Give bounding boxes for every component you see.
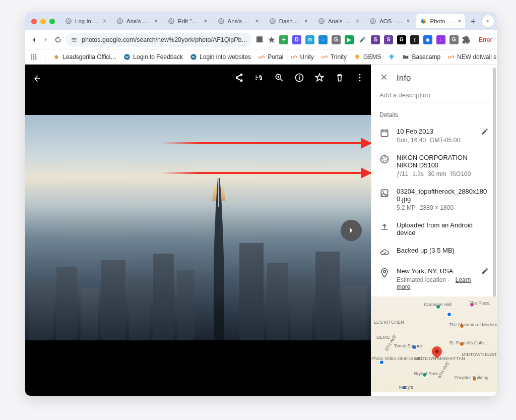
browser-tab[interactable]: Ana's Deli &× — [214, 14, 263, 28]
map-label: Macy's — [399, 385, 413, 390]
cloud-icon — [379, 247, 390, 257]
url-text: photos.google.com/search/new%20york/phot… — [82, 36, 247, 43]
extension-icon[interactable]: G — [397, 35, 406, 44]
apps-grid-icon[interactable] — [30, 53, 37, 61]
bookmark-item[interactable] — [388, 53, 395, 61]
minimize-window[interactable] — [40, 19, 46, 24]
zoom-icon[interactable] — [274, 73, 284, 85]
close-tab-icon[interactable]: × — [458, 18, 461, 25]
close-tab-icon[interactable]: × — [204, 18, 208, 25]
calendar-icon — [379, 128, 390, 138]
browser-tab[interactable]: Edit "Home× — [164, 14, 211, 28]
new-tab-button[interactable]: ＋ — [467, 15, 479, 27]
description-input[interactable]: Add a description — [379, 91, 489, 102]
browser-tab[interactable]: Ana's Deli &× — [112, 14, 162, 28]
extension-icon[interactable]: G — [332, 35, 341, 44]
close-tab-icon[interactable]: × — [103, 18, 106, 25]
svg-rect-13 — [31, 56, 32, 57]
install-app-icon[interactable] — [255, 34, 264, 46]
close-window[interactable] — [31, 19, 37, 24]
close-tab-icon[interactable]: × — [406, 18, 410, 25]
svg-rect-10 — [31, 54, 32, 55]
browser-tab[interactable]: Photo - Goo× — [416, 14, 465, 28]
edit-date-button[interactable] — [481, 128, 489, 136]
extensions-menu-icon[interactable] — [462, 34, 471, 46]
image-icon — [379, 188, 390, 198]
extension-icon[interactable]: ↓ — [436, 35, 445, 44]
location-icon — [379, 268, 390, 278]
map-label: Times Square — [394, 343, 422, 348]
browser-tab[interactable]: Ana's Deli &× — [314, 14, 363, 28]
svg-text:W: W — [192, 55, 196, 59]
close-tab-icon[interactable]: × — [255, 18, 259, 25]
nav-forward-button[interactable] — [41, 34, 50, 46]
browser-tab[interactable]: Dashboard× — [265, 14, 312, 28]
error-indicator[interactable]: Error — [477, 35, 494, 44]
svg-rect-14 — [33, 56, 34, 57]
map-label: 6TH AVE — [436, 361, 450, 379]
svg-rect-11 — [33, 54, 34, 55]
favorite-icon[interactable] — [314, 73, 325, 85]
close-info-button[interactable] — [379, 73, 389, 83]
extension-icon[interactable]: D — [292, 35, 301, 44]
info-icon[interactable] — [294, 73, 304, 85]
svg-rect-31 — [381, 130, 388, 137]
extension-icon[interactable]: G — [449, 35, 459, 44]
bookmark-item[interactable]: Trinity — [321, 53, 347, 61]
map-label: Bryant Park — [414, 371, 438, 376]
share-icon[interactable] — [234, 73, 244, 85]
detail-camera: NIKON CORPORATION NIKON D5100 ƒ/111.3s30… — [371, 149, 497, 183]
bookmark-item[interactable]: Leadsgorilla Offici… — [53, 53, 116, 61]
extension-icon[interactable]: ↓ — [318, 35, 328, 44]
extension-icon[interactable]: ✦ — [279, 35, 288, 44]
extension-icon[interactable]: ⊙ — [305, 35, 314, 44]
photo-viewer — [25, 65, 371, 396]
reload-button[interactable] — [53, 34, 62, 46]
detail-backup: Backed up (3.5 MB) — [371, 242, 497, 262]
bookmark-item[interactable]: GEMS — [354, 53, 381, 61]
close-tab-icon[interactable]: × — [304, 18, 308, 25]
bookmark-item[interactable]: Unity — [290, 53, 313, 61]
map-label: LL'S KITCHEN — [374, 320, 404, 325]
detail-date: 10 Feb 2013 Sun, 16:40GMT-05:00 — [371, 123, 497, 149]
bookmark-item[interactable]: NEW dotwall site — [447, 53, 497, 61]
browser-tab[interactable]: AOS - Anim× — [365, 14, 414, 28]
bookmark-item[interactable]: WLogin into websites — [190, 53, 251, 61]
info-title: Info — [397, 73, 411, 83]
edit-location-button[interactable] — [481, 267, 489, 275]
svg-rect-18 — [35, 58, 36, 59]
extension-icon[interactable]: 🎤 — [358, 35, 367, 44]
maximize-window[interactable] — [49, 19, 55, 24]
extension-icon[interactable]: ⟟ — [410, 35, 419, 44]
more-icon[interactable] — [355, 73, 365, 85]
detail-upload: Uploaded from an Android device — [371, 216, 497, 242]
close-tab-icon[interactable]: × — [154, 18, 158, 25]
bookmark-star-icon[interactable] — [267, 34, 276, 46]
site-settings-icon — [71, 36, 78, 43]
viewer-back-button[interactable] — [31, 73, 43, 85]
extension-icon[interactable]: ◆ — [423, 35, 432, 44]
svg-text:W: W — [125, 55, 129, 59]
browser-tab[interactable]: Log In ‹ Ana× — [61, 14, 110, 28]
upload-icon — [379, 222, 390, 232]
bookmark-item[interactable]: WLogin to Feedback — [123, 53, 183, 61]
address-bar[interactable]: photos.google.com/search/new%20york/phot… — [66, 33, 252, 47]
extension-icon[interactable]: S — [371, 35, 380, 44]
tab-overflow-button[interactable] — [482, 15, 494, 27]
svg-point-26 — [299, 76, 300, 77]
delete-icon[interactable] — [335, 73, 345, 85]
svg-point-35 — [383, 270, 385, 272]
svg-point-19 — [55, 55, 58, 58]
nav-back-button[interactable] — [29, 34, 38, 46]
extension-icon[interactable]: ▶ — [345, 35, 354, 44]
photo-image — [25, 115, 371, 340]
details-heading: Details — [379, 111, 489, 118]
extension-icon[interactable]: S — [384, 35, 393, 44]
location-map[interactable]: LL'S KITCHENCarnegie HallThe PlazaGEMS9T… — [371, 296, 497, 392]
close-tab-icon[interactable]: × — [356, 18, 359, 25]
bookmark-item[interactable]: Basecamp — [402, 53, 440, 61]
bookmark-item[interactable]: Portal — [258, 53, 283, 61]
edit-icon[interactable] — [254, 73, 264, 85]
next-photo-button[interactable] — [341, 220, 362, 241]
info-panel: Info Add a description Details 10 Feb 20… — [371, 65, 497, 396]
